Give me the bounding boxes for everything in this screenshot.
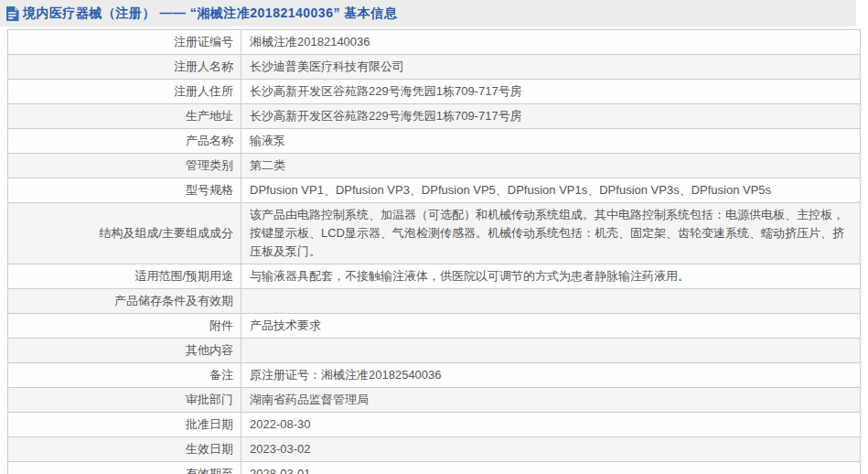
row-value: 长沙高新开发区谷苑路229号海凭园1栋709-717号房 xyxy=(241,104,861,129)
table-row: 生效日期2023-03-02 xyxy=(8,437,861,462)
row-value: 湖南省药品监督管理局 xyxy=(241,388,861,413)
row-label: 产品名称 xyxy=(8,129,241,154)
table-row: 审批部门湖南省药品监督管理局 xyxy=(8,388,861,413)
row-value: 2028-03-01 xyxy=(241,462,861,474)
table-row: 备注原注册证号：湘械注准20182540036 xyxy=(8,363,861,388)
document-icon xyxy=(5,6,19,21)
registration-info-table: 注册证编号湘械注准20182140036注册人名称长沙迪普美医疗科技有限公司注册… xyxy=(7,29,861,474)
row-label: 注册证编号 xyxy=(8,30,241,55)
row-label: 有效期至 xyxy=(8,462,241,474)
row-label: 批准日期 xyxy=(8,413,241,437)
row-label: 审批部门 xyxy=(8,388,241,413)
row-value xyxy=(241,339,861,363)
registration-info-table-container: 注册证编号湘械注准20182140036注册人名称长沙迪普美医疗科技有限公司注册… xyxy=(7,29,861,474)
row-value xyxy=(241,289,861,314)
table-row: 产品储存条件及有效期 xyxy=(8,289,861,314)
row-label: 结构及组成/主要组成成分 xyxy=(8,203,241,264)
table-row: 注册人名称长沙迪普美医疗科技有限公司 xyxy=(8,55,861,80)
table-row: 附件产品技术要求 xyxy=(8,314,861,339)
table-row: 注册人住所长沙高新开发区谷苑路229号海凭园1栋709-717号房 xyxy=(8,80,861,104)
row-label: 附件 xyxy=(8,314,241,339)
table-row: 型号规格DPfusion VP1、DPfusion VP3、DPfusion V… xyxy=(8,178,861,203)
table-row: 有效期至2028-03-01 xyxy=(8,462,861,474)
table-row: 管理类别第二类 xyxy=(8,154,861,178)
row-value: 原注册证号：湘械注准20182540036 xyxy=(241,363,861,388)
page-title: 境内医疗器械（注册） —— “湘械注准20182140036” 基本信息 xyxy=(23,5,397,22)
row-label: 备注 xyxy=(8,363,241,388)
row-label: 其他内容 xyxy=(8,339,241,363)
row-value: 湘械注准20182140036 xyxy=(241,30,861,55)
row-value: 长沙迪普美医疗科技有限公司 xyxy=(241,55,861,80)
table-row: 注册证编号湘械注准20182140036 xyxy=(8,30,861,55)
table-row: 生产地址长沙高新开发区谷苑路229号海凭园1栋709-717号房 xyxy=(8,104,861,129)
table-row: 适用范围/预期用途与输液器具配套，不接触输注液体，供医院以可调节的方式为患者静脉… xyxy=(8,264,861,289)
row-label: 型号规格 xyxy=(8,178,241,203)
row-label: 注册人名称 xyxy=(8,55,241,80)
page-header: 境内医疗器械（注册） —— “湘械注准20182140036” 基本信息 xyxy=(0,0,856,27)
row-label: 生效日期 xyxy=(8,437,241,462)
row-label: 产品储存条件及有效期 xyxy=(8,289,241,314)
row-value: DPfusion VP1、DPfusion VP3、DPfusion VP5、D… xyxy=(241,178,861,203)
table-row: 结构及组成/主要组成成分该产品由电路控制系统、加温器（可选配）和机械传动系统组成… xyxy=(8,203,861,264)
row-label: 管理类别 xyxy=(8,154,241,178)
row-value: 2023-03-02 xyxy=(241,437,861,462)
row-label: 注册人住所 xyxy=(8,80,241,104)
row-value: 2022-08-30 xyxy=(241,413,861,437)
table-row: 其他内容 xyxy=(8,339,861,363)
row-label: 生产地址 xyxy=(8,104,241,129)
row-value: 输液泵 xyxy=(241,129,861,154)
row-value: 第二类 xyxy=(241,154,861,178)
table-row: 批准日期2022-08-30 xyxy=(8,413,861,437)
table-row: 产品名称输液泵 xyxy=(8,129,861,154)
row-value: 长沙高新开发区谷苑路229号海凭园1栋709-717号房 xyxy=(241,80,861,104)
row-value: 产品技术要求 xyxy=(241,314,861,339)
row-value: 该产品由电路控制系统、加温器（可选配）和机械传动系统组成。其中电路控制系统包括：… xyxy=(241,203,861,264)
row-value: 与输液器具配套，不接触输注液体，供医院以可调节的方式为患者静脉输注药液用。 xyxy=(241,264,861,289)
row-label: 适用范围/预期用途 xyxy=(8,264,241,289)
